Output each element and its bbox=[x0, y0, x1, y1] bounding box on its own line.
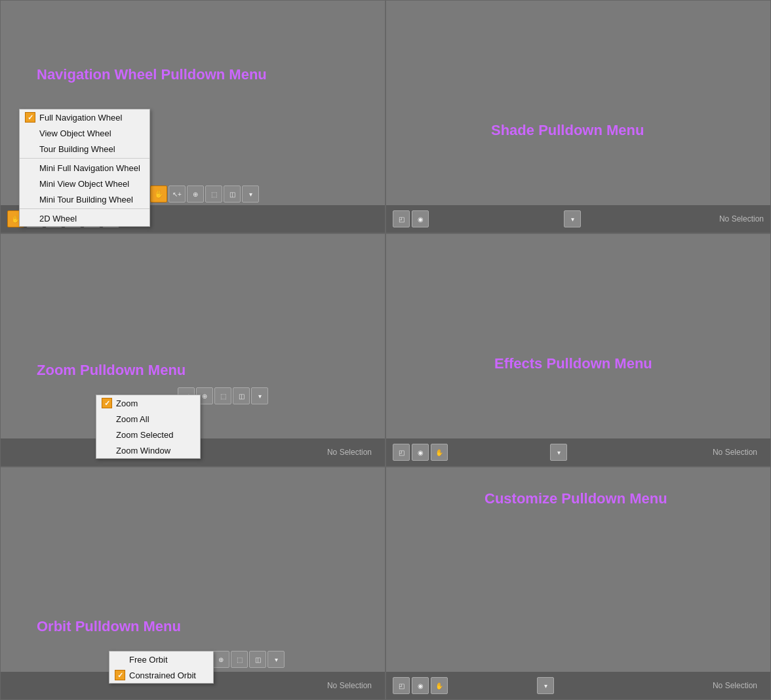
ob-pan[interactable]: ⊕ bbox=[212, 651, 229, 668]
zoom-check-all bbox=[102, 414, 112, 424]
hand-btn[interactable]: ✋ bbox=[150, 185, 167, 203]
nav-check-viewobj bbox=[25, 128, 35, 138]
nav-item-fullnav[interactable]: Full Navigation Wheel bbox=[20, 109, 149, 125]
cb-hand[interactable]: ✋ bbox=[431, 677, 448, 694]
orbit-item-constrained[interactable]: Constrained Orbit bbox=[109, 667, 213, 683]
eb-camera[interactable]: ◉ bbox=[412, 444, 429, 461]
nav-sep-1 bbox=[20, 158, 149, 159]
nav-check-tour bbox=[25, 144, 35, 154]
zm-box[interactable]: ◫ bbox=[233, 387, 250, 404]
effects-status: No Selection bbox=[713, 448, 764, 457]
eb-hand[interactable]: ✋ bbox=[431, 444, 448, 461]
zoom-dropdown: Zoom Zoom All Zoom Selected Zoom Window bbox=[96, 395, 201, 459]
ob-box[interactable]: ◫ bbox=[249, 651, 266, 668]
zoom-status: No Selection bbox=[327, 448, 378, 457]
orbit-title: Orbit Pulldown Menu bbox=[37, 618, 181, 635]
orbit-dropdown: Free Orbit Constrained Orbit bbox=[109, 651, 214, 684]
pan-btn[interactable]: ⊕ bbox=[187, 185, 204, 203]
zoom-check-window bbox=[102, 445, 112, 456]
customize-panel: Customize Pulldown Menu ViewCube(Active)… bbox=[386, 467, 771, 700]
cb-cube[interactable]: ◰ bbox=[393, 677, 410, 694]
cursor-btn[interactable]: ↖+ bbox=[168, 185, 186, 203]
nav-item-2d[interactable]: 2D Wheel bbox=[20, 210, 149, 226]
cb-more[interactable]: ▾ bbox=[537, 677, 554, 694]
zm-more[interactable]: ▾ bbox=[251, 387, 268, 404]
nav-check-fullnav bbox=[25, 112, 35, 123]
shade-panel: Shade Pulldown Menu Shaded with Edges Sh… bbox=[386, 0, 771, 233]
nav-item-miniview[interactable]: Mini View Object Wheel bbox=[20, 176, 149, 191]
nav-item-viewobj[interactable]: View Object Wheel bbox=[20, 125, 149, 141]
nav-check-miniview bbox=[25, 178, 35, 189]
nav-check-minitour bbox=[25, 194, 35, 204]
zoom-item-selected[interactable]: Zoom Selected bbox=[96, 427, 200, 442]
orbit-check-constrained bbox=[115, 670, 125, 680]
shade-bottom-bar: ◰ ◉ ▾ No Selection bbox=[386, 205, 770, 233]
nav-check-2d bbox=[25, 213, 35, 224]
eb-more[interactable]: ▾ bbox=[550, 444, 567, 461]
orbit-panel: Orbit Pulldown Menu ↖+ ⊕ ⬚ ◫ ▾ Free Orbi… bbox=[0, 467, 386, 700]
zoom-check-zoom bbox=[102, 398, 112, 408]
customize-status: No Selection bbox=[713, 681, 764, 690]
effects-title: Effects Pulldown Menu bbox=[494, 355, 652, 372]
zoom-title: Zoom Pulldown Menu bbox=[37, 362, 186, 379]
nav-item-minifull[interactable]: Mini Full Navigation Wheel bbox=[20, 160, 149, 176]
customize-title: Customize Pulldown Menu bbox=[484, 490, 667, 507]
shade-title: Shade Pulldown Menu bbox=[491, 122, 644, 139]
zoom-item-zoom[interactable]: Zoom bbox=[96, 395, 200, 411]
zoom-item-all[interactable]: Zoom All bbox=[96, 411, 200, 427]
zm-frame[interactable]: ⬚ bbox=[214, 387, 231, 404]
nav-check-minifull bbox=[25, 163, 35, 173]
orbit-status: No Selection bbox=[327, 681, 378, 690]
orbit-check-free bbox=[115, 654, 125, 665]
cb-camera[interactable]: ◉ bbox=[412, 677, 429, 694]
nav-sep-2 bbox=[20, 208, 149, 209]
navigation-panel: Navigation Wheel Pulldown Menu ✋ ↖+ ⊕ ⬚ … bbox=[0, 0, 386, 233]
effects-bottom-bar: ◰ ◉ ✋ ▾ No Selection bbox=[386, 438, 770, 466]
zoom-check-selected bbox=[102, 429, 112, 440]
sb-more[interactable]: ▾ bbox=[564, 210, 581, 227]
effects-panel: Effects Pulldown Menu Ambient Occlusion … bbox=[386, 233, 771, 467]
shade-status: No Selection bbox=[719, 214, 764, 224]
eb-cube[interactable]: ◰ bbox=[393, 444, 410, 461]
sb-camera[interactable]: ◉ bbox=[412, 210, 429, 227]
zoom-item-window[interactable]: Zoom Window bbox=[96, 442, 200, 458]
zoom-panel: Zoom Pulldown Menu ↖+ ⊕ ⬚ ◫ ▾ Zoom Zoom … bbox=[0, 233, 386, 467]
more-btn[interactable]: ▾ bbox=[242, 185, 259, 203]
nav-dropdown: Full Navigation Wheel View Object Wheel … bbox=[19, 109, 150, 227]
nav-title: Navigation Wheel Pulldown Menu bbox=[37, 66, 267, 83]
customize-bottom-bar: ◰ ◉ ✋ ▾ No Selection bbox=[386, 672, 770, 699]
ob-more[interactable]: ▾ bbox=[267, 651, 285, 668]
box-btn[interactable]: ◫ bbox=[224, 185, 241, 203]
sb-cube[interactable]: ◰ bbox=[393, 210, 410, 227]
frame-btn[interactable]: ⬚ bbox=[205, 185, 222, 203]
orbit-item-free[interactable]: Free Orbit bbox=[109, 651, 213, 667]
nav-item-tour[interactable]: Tour Building Wheel bbox=[20, 141, 149, 157]
ob-frame[interactable]: ⬚ bbox=[231, 651, 248, 668]
nav-item-minitour[interactable]: Mini Tour Building Wheel bbox=[20, 191, 149, 207]
